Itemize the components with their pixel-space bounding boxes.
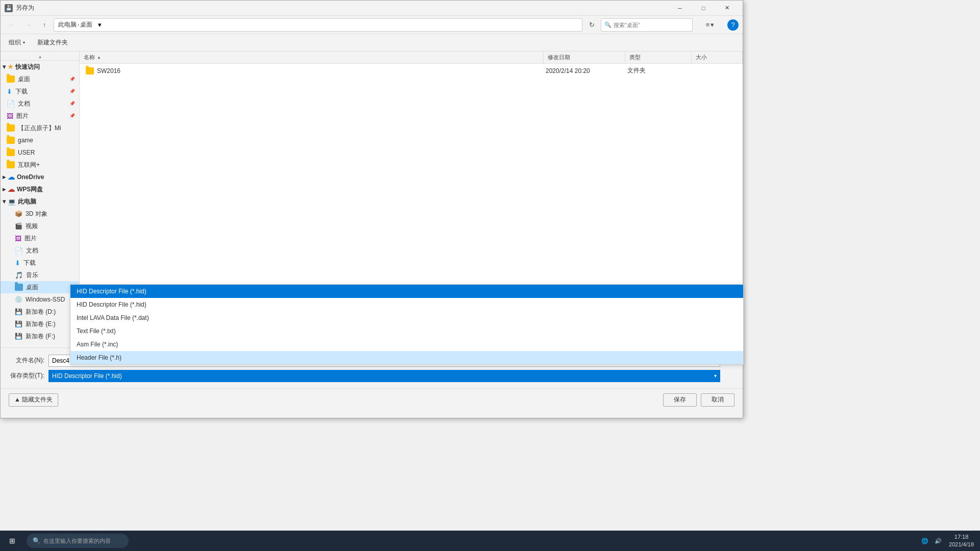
taskbar-volume[interactable]: 🔊 xyxy=(932,531,945,551)
folder-icon xyxy=(7,76,15,83)
dialog-icon: 💾 xyxy=(5,4,13,12)
new-folder-button[interactable]: 新建文件夹 xyxy=(33,37,72,49)
column-type-header[interactable]: 类型 xyxy=(625,52,692,63)
view-icon: ≡ xyxy=(706,21,710,29)
taskbar-network[interactable]: 🌐 xyxy=(918,531,932,551)
filename-label: 文件名(N): xyxy=(9,356,44,365)
help-button[interactable]: ? xyxy=(727,19,739,31)
dropdown-option-4[interactable]: Asm File (*.inc) xyxy=(70,338,743,351)
3d-icon: 📦 xyxy=(15,210,22,217)
dialog-title: 另存为 xyxy=(16,4,34,12)
column-name-header[interactable]: 名称 ▲ xyxy=(80,52,544,63)
dropdown-option-1[interactable]: HID Descriptor File (*.hid) xyxy=(70,298,743,311)
quick-access-header[interactable]: ▾ ★ 快速访问 xyxy=(1,61,79,73)
breadcrumb-this-pc[interactable]: 此电脑 xyxy=(58,20,77,29)
scroll-up-button[interactable]: ▲ xyxy=(1,54,80,61)
quick-access-arrow: ▾ xyxy=(3,63,6,70)
close-button[interactable]: ✕ xyxy=(715,1,739,16)
table-row[interactable]: SW2016 2020/2/14 20:20 文件夹 xyxy=(80,64,743,78)
sidebar-item-zhengdian[interactable]: 【正点原子】Mi xyxy=(1,122,79,134)
folder-icon xyxy=(7,124,15,132)
sidebar-item-video[interactable]: 🎬 视频 xyxy=(1,220,79,232)
filetype-select-container: HID Descriptor File (*.hid) ▾ xyxy=(48,370,720,382)
doc-icon: 📄 xyxy=(7,100,15,108)
quick-access-label: 快速访问 xyxy=(15,63,40,71)
sidebar-item-desktop-quick[interactable]: 桌面 📌 xyxy=(1,73,79,85)
column-date-header[interactable]: 修改日期 xyxy=(544,52,625,63)
save-button[interactable]: 保存 xyxy=(663,393,697,407)
sidebar-item-documents[interactable]: 📄 文档 xyxy=(1,244,79,257)
folder-icon xyxy=(86,67,94,74)
maximize-button[interactable]: □ xyxy=(692,1,715,16)
sidebar-item-music[interactable]: 🎵 音乐 xyxy=(1,269,79,281)
taskbar-clock[interactable]: 17:18 2021/4/18 xyxy=(945,531,978,551)
filetype-row: 保存类型(T): HID Descriptor File (*.hid) ▾ xyxy=(9,370,734,382)
sidebar-item-windows-ssd[interactable]: 💿 Windows-SSD xyxy=(1,293,79,306)
music-icon: 🎵 xyxy=(15,271,23,279)
wps-icon: ☁ xyxy=(8,185,15,193)
sidebar-item-game[interactable]: game xyxy=(1,134,79,146)
address-dropdown-button[interactable]: ▾ xyxy=(94,18,105,32)
search-icon: 🔍 xyxy=(604,21,611,28)
filetype-dropdown-menu: HID Descriptor File (*.hid) HID Descript… xyxy=(70,284,744,365)
sidebar-item-internet[interactable]: 互联网+ xyxy=(1,159,79,171)
up-button[interactable]: ↑ xyxy=(37,18,52,32)
drive-icon: 💾 xyxy=(15,308,22,315)
image-icon: 🖼 xyxy=(7,112,13,120)
forward-button[interactable]: → xyxy=(21,18,35,32)
search-box: 🔍 xyxy=(601,18,693,32)
breadcrumb-desktop[interactable]: 桌面 xyxy=(80,20,92,29)
dropdown-option-0[interactable]: HID Descriptor File (*.hid) xyxy=(70,285,743,298)
pc-icon: 💻 xyxy=(8,198,16,206)
sidebar-item-pictures[interactable]: 🖼 图片 xyxy=(1,232,79,244)
taskbar-search[interactable]: 🔍 在这里输入你要搜索的内容 xyxy=(27,534,129,548)
wps-header[interactable]: ▸ ☁ WPS网盘 xyxy=(1,183,79,195)
sidebar-item-downloads[interactable]: ⬇ 下载 xyxy=(1,257,79,269)
sidebar-item-drive-d[interactable]: 💾 新加卷 (D:) xyxy=(1,306,79,318)
onedrive-header[interactable]: ▸ ☁ OneDrive xyxy=(1,171,79,183)
video-icon: 🎬 xyxy=(15,222,22,230)
cancel-button[interactable]: 取消 xyxy=(701,393,734,407)
filetype-select[interactable]: HID Descriptor File (*.hid) ▾ xyxy=(48,370,720,382)
hide-folders-button[interactable]: ▲ 隐藏文件夹 xyxy=(9,393,58,407)
column-size-header[interactable]: 大小 xyxy=(692,52,743,63)
sidebar-item-user[interactable]: USER xyxy=(1,146,79,159)
dropdown-option-2[interactable]: Intel LAVA Data File (*.dat) xyxy=(70,311,743,324)
sidebar-item-drive-e[interactable]: 💾 新加卷 (E:) xyxy=(1,318,79,330)
download-icon: ⬇ xyxy=(15,259,20,267)
start-button[interactable]: ⊞ xyxy=(0,531,24,551)
view-arrow: ▾ xyxy=(710,21,714,29)
sidebar-item-pictures-quick[interactable]: 🖼 图片 📌 xyxy=(1,110,79,122)
breadcrumb: 此电脑 › 桌面 xyxy=(58,20,92,29)
search-input[interactable] xyxy=(614,22,689,28)
dropdown-option-3[interactable]: Text File (*.txt) xyxy=(70,324,743,338)
taskbar-right: 🌐 🔊 17:18 2021/4/18 xyxy=(918,531,980,551)
sidebar-item-drive-f[interactable]: 💾 新加卷 (F:) xyxy=(1,330,79,342)
save-dialog: 💾 另存为 ─ □ ✕ ← → ↑ 此电脑 › 桌面 ▾ ↻ 🔍 ≡ xyxy=(0,0,743,418)
sidebar-item-desktop[interactable]: 桌面 xyxy=(1,281,79,293)
doc-icon: 📄 xyxy=(15,247,23,255)
refresh-button[interactable]: ↻ xyxy=(584,18,599,32)
quick-access-icon: ★ xyxy=(8,63,13,70)
taskbar-search-icon: 🔍 xyxy=(33,537,40,544)
drive-icon: 💾 xyxy=(15,333,22,340)
onedrive-arrow: ▸ xyxy=(3,173,6,181)
sidebar-item-downloads-quick[interactable]: ⬇ 下载 📌 xyxy=(1,85,79,97)
view-options-button[interactable]: ≡ ▾ xyxy=(695,18,725,32)
wps-arrow: ▸ xyxy=(3,186,6,193)
minimize-button[interactable]: ─ xyxy=(668,1,692,16)
action-buttons: ▲ 隐藏文件夹 保存 取消 xyxy=(1,388,743,411)
sidebar-item-3d[interactable]: 📦 3D 对象 xyxy=(1,208,79,220)
dropdown-option-5[interactable]: Header File (*.h) xyxy=(70,351,743,364)
sidebar-item-documents-quick[interactable]: 📄 文档 📌 xyxy=(1,97,79,110)
organize-button[interactable]: 组织 ▾ xyxy=(5,37,29,49)
wps-label: WPS网盘 xyxy=(17,185,43,194)
this-pc-header[interactable]: ▾ 💻 此电脑 xyxy=(1,195,79,208)
address-toolbar: ← → ↑ 此电脑 › 桌面 ▾ ↻ 🔍 ≡ ▾ ? xyxy=(1,16,743,34)
address-bar[interactable]: 此电脑 › 桌面 ▾ xyxy=(54,18,582,32)
folder-icon xyxy=(15,284,23,291)
this-pc-arrow: ▾ xyxy=(3,198,6,205)
folder-icon xyxy=(7,137,15,144)
sidebar: ▲ ▾ ★ 快速访问 桌面 📌 ⬇ 下载 📌 📄 文档 📌 xyxy=(1,52,80,347)
back-button[interactable]: ← xyxy=(5,18,19,32)
